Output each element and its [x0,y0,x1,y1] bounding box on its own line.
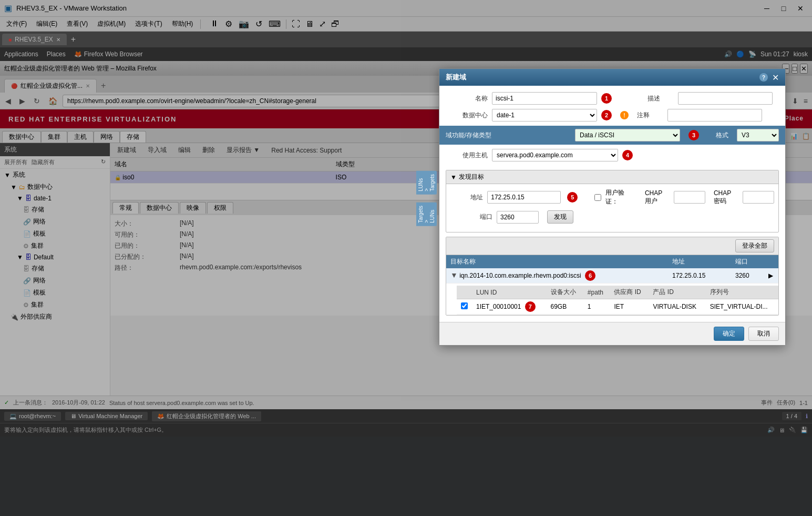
col-target-address: 地址 [668,255,731,268]
dialog-help-icon[interactable]: ? [759,73,768,82]
cell-device-size: 69GB [547,299,583,315]
cell-path-count: 1 [583,299,610,315]
cell-serial: SIET_VIRTUAL-DI... [706,299,778,315]
login-all-button[interactable]: 登录全部 [735,239,774,252]
sidetab-luns-targets[interactable]: LUNs > Targets [416,203,437,226]
step-badge-3: 3 [688,130,699,140]
domain-type-label: 域功能/存储类型 [446,131,491,140]
discovery-address-row: 地址 5 用户验证： CHAP 用户 CHAP 密码 [450,188,774,206]
port-input[interactable] [497,211,539,224]
form-row-usehost: 使用主机 servera.pod0.example.com 4 [446,149,779,161]
sidetab-targets-luns[interactable]: Targets > LUNs [416,171,437,195]
discovery-content: 地址 5 用户验证： CHAP 用户 CHAP 密码 [446,184,778,232]
lun-checkbox[interactable] [461,302,468,309]
usehost-label: 使用主机 [446,151,488,160]
step-badge-5: 5 [567,192,578,203]
format-select[interactable]: V3 [737,129,779,141]
luns-table: LUN ID 设备大小 #path 供应商 ID 产品 ID 序列号 [457,286,778,315]
datacenter-select[interactable]: date-1 [492,109,597,122]
targets-section: 登录全部 目标名称 地址 端口 [446,237,779,316]
dialog-close-button[interactable]: ✕ [772,73,779,83]
col-vendor-id: 供应商 ID [610,286,649,299]
col-target-port: 端口 [731,255,763,268]
lun-row[interactable]: 1IET_00010001 7 69GB 1 IET VIRTUAL-DISK [457,299,778,315]
domain-type-row: 域功能/存储类型 Data / iSCSI 3 格式 V3 [439,126,785,145]
cell-target-address: 172.25.0.15 [668,268,731,284]
discovery-title: 发现目标 [459,173,484,181]
cell-vendor-id: IET [610,299,649,315]
dialog-footer: 确定 取消 [439,322,785,345]
note-label: 注释 [637,111,663,120]
note-input[interactable] [667,109,762,122]
chap-password-input[interactable] [743,191,774,204]
datacenter-warning-icon: ! [620,111,629,119]
discover-button[interactable]: 发现 [547,210,573,224]
step-badge-4: 4 [622,150,633,160]
dialog-titlebar: 新建域 ? ✕ [439,69,785,86]
cell-lun-checkbox[interactable] [457,299,472,315]
usehost-select[interactable]: servera.pod0.example.com [492,149,618,161]
col-device-size: 设备大小 [547,286,583,299]
dialog-overlay: 新建域 ? ✕ 名称 1 描述 数据中心 date-1 2 ! 注释 [0,0,812,516]
col-lun-id: LUN ID [472,286,547,299]
target-expand-icon[interactable]: ▼ [450,271,458,279]
auth-label: 用户验证： [605,188,630,206]
col-target-name: 目标名称 [446,255,668,268]
step-badge-6: 6 [585,270,595,281]
form-row-name: 名称 1 描述 [446,92,779,105]
cell-target-port: 3260 [731,268,763,284]
target-iqn: iqn.2014-10.com.example.rhevm.pod0:iscsi [459,272,581,279]
target-row[interactable]: ▼ iqn.2014-10.com.example.rhevm.pod0:isc… [446,268,778,284]
description-label: 描述 [647,94,674,103]
address-input[interactable] [487,191,561,204]
col-target-action [763,255,778,268]
name-input[interactable] [492,92,597,105]
targets-table: 目标名称 地址 端口 ▼ iqn.2014- [446,255,778,315]
col-checkbox [457,286,472,299]
dialog-body: 名称 1 描述 数据中心 date-1 2 ! 注释 域功能/存储类型 [439,86,785,322]
discovery-header: ▼ 发现目标 [446,170,778,184]
col-product-id: 产品 ID [649,286,705,299]
chap-password-label: CHAP 密码 [714,189,738,206]
address-label: 地址 [450,193,483,202]
col-path-count: #path [583,286,610,299]
lun-sub-row: LUN ID 设备大小 #path 供应商 ID 产品 ID 序列号 [446,284,778,315]
step-badge-1: 1 [601,93,612,104]
cell-target-name: ▼ iqn.2014-10.com.example.rhevm.pod0:isc… [446,268,668,284]
cell-product-id: VIRTUAL-DISK [649,299,705,315]
cancel-button[interactable]: 取消 [748,327,779,341]
tab-side-container: Targets > LUNs LUNs > Targets ▼ 发现目标 地址 [446,166,779,316]
auth-checkbox[interactable] [594,194,601,201]
port-label: 端口 [450,213,492,221]
confirm-button[interactable]: 确定 [714,327,744,341]
discovery-port-row: 端口 发现 [450,210,774,224]
step-badge-2: 2 [601,110,612,120]
domain-type-select[interactable]: Data / iSCSI [575,129,680,141]
discovery-section: ▼ 发现目标 地址 5 用户验证： CHAP 用户 [446,170,779,232]
col-serial: 序列号 [706,286,778,299]
name-label: 名称 [446,94,488,103]
step-badge-7: 7 [525,301,536,312]
cell-lun-id: 1IET_00010001 7 [472,299,547,315]
collapse-icon[interactable]: ▼ [450,174,457,181]
datacenter-label: 数据中心 [446,111,488,120]
chap-user-input[interactable] [674,191,705,204]
cell-target-arrow[interactable]: ▶ [763,268,778,284]
format-label: 格式 [716,131,728,140]
description-input[interactable] [678,92,773,105]
new-domain-dialog: 新建域 ? ✕ 名称 1 描述 数据中心 date-1 2 ! 注释 [439,68,786,346]
form-row-datacenter: 数据中心 date-1 2 ! 注释 [446,109,779,122]
chap-user-label: CHAP 用户 [645,189,670,206]
dialog-title: 新建域 [446,73,759,82]
